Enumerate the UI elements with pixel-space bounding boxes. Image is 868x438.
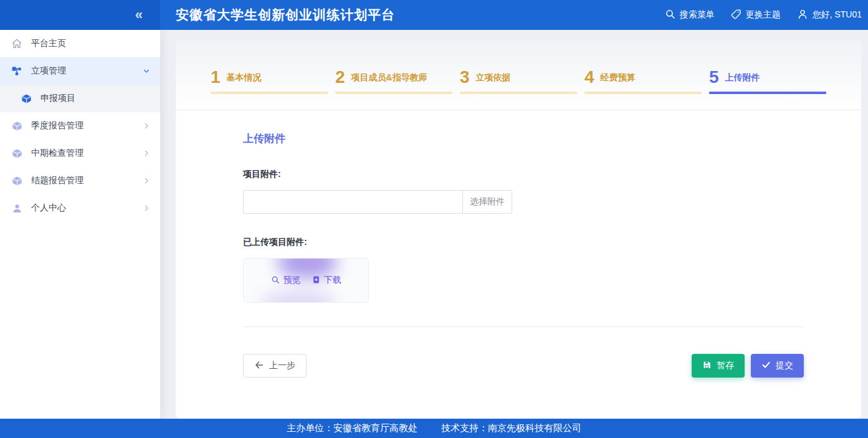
step-label: 经费预算 [601,72,636,86]
sidebar-item-label: 结题报告管理 [31,175,83,186]
save-draft-button[interactable]: 暂存 [692,354,745,378]
step-1-basic-info[interactable]: 1 基本情况 [211,69,328,94]
step-label: 项目成员&指导教师 [351,72,427,86]
step-label: 基本情况 [227,72,262,86]
sidebar: 平台主页 立项管理 申报项目 季度报告管理 中期检查管理 [0,30,160,419]
arrow-left-icon [254,360,264,372]
user-icon [11,202,22,214]
attachment-file-input[interactable] [243,190,463,214]
magnifier-icon [271,275,280,286]
page-footer: 主办单位：安徽省教育厅高教处 技术支持：南京先极科技有限公司 [0,419,868,438]
step-number: 3 [460,69,470,86]
download-label: 下载 [324,275,341,286]
preview-label: 预览 [284,275,301,286]
step-number: 5 [709,69,719,86]
submit-button[interactable]: 提交 [751,354,804,378]
sidebar-item-label: 平台主页 [31,38,66,49]
collapse-sidebar-icon[interactable]: « [135,8,143,22]
uploaded-file-card: 预览 下载 [243,258,369,303]
change-theme-button[interactable]: 更换主题 [731,9,781,21]
step-progress-bar [211,92,328,94]
sidebar-item-label: 申报项目 [41,93,75,104]
footer-tech-support: 技术支持：南京先极科技有限公司 [441,422,581,434]
download-link[interactable]: 下载 [312,275,341,286]
cube-icon [11,175,22,186]
step-progress-bar [709,92,826,94]
step-number: 4 [584,69,594,86]
save-floppy-icon [702,360,712,371]
search-menu-button[interactable]: 搜索菜单 [665,9,715,21]
sidebar-header: « [0,0,160,30]
uploaded-attachments-label: 已上传项目附件: [243,237,804,248]
home-icon [11,38,22,49]
user-icon [797,9,808,22]
previous-step-button[interactable]: 上一步 [243,354,307,378]
header-controls: 搜索菜单 更换主题 您好, STU01 [665,9,868,22]
step-label: 立项依据 [476,72,511,86]
search-icon [665,9,675,21]
step-progress-bar [460,92,577,94]
form-divider [243,326,804,327]
step-2-members-advisors[interactable]: 2 项目成员&指导教师 [335,69,452,94]
search-menu-label: 搜索菜单 [680,9,715,21]
step-number: 1 [211,69,221,86]
cube-icon [21,93,32,104]
chevron-right-icon [143,122,150,130]
step-wizard: 1 基本情况 2 项目成员&指导教师 3 立项依据 [176,40,861,110]
user-menu[interactable]: 您好, STU01 [797,9,862,22]
chevron-right-icon [143,150,150,157]
user-greeting: 您好, STU01 [813,9,862,21]
previous-step-label: 上一步 [269,360,295,371]
step-progress-bar [584,92,702,94]
theme-icon [731,9,742,21]
sidebar-item-quarterly-reports[interactable]: 季度报告管理 [0,112,160,140]
app-title: 安徽省大学生创新创业训练计划平台 [176,6,395,24]
change-theme-label: 更换主题 [746,9,781,21]
sidebar-item-label: 季度报告管理 [31,120,83,131]
redacted-filename-blur [261,292,336,303]
share-nodes-icon [11,65,22,77]
save-draft-label: 暂存 [717,360,734,371]
step-number: 2 [335,69,345,86]
chevron-right-icon [143,177,150,184]
cube-icon [11,120,22,131]
sidebar-item-project-approval[interactable]: 立项管理 [0,57,160,85]
sidebar-item-final-reports[interactable]: 结题报告管理 [0,167,160,194]
submit-label: 提交 [776,360,793,371]
attachment-field-label: 项目附件: [243,169,804,180]
step-5-upload-attachments[interactable]: 5 上传附件 [709,69,826,94]
choose-attachment-button[interactable]: 选择附件 [462,190,512,214]
section-title: 上传附件 [243,131,804,146]
app-header: « 安徽省大学生创新创业训练计划平台 搜索菜单 更换主题 您好, STU01 [0,0,868,30]
step-3-approval-basis[interactable]: 3 立项依据 [460,69,577,94]
upload-form: 上传附件 项目附件: 选择附件 已上传项目附件: 预览 [176,131,861,378]
cube-icon [11,148,22,159]
step-label: 上传附件 [725,72,760,86]
attachment-input-group: 选择附件 [243,190,512,214]
chevron-down-icon [143,67,150,75]
chevron-right-icon [143,204,150,212]
main-content: 1 基本情况 2 项目成员&指导教师 3 立项依据 [160,30,868,419]
download-file-icon [312,275,320,286]
sidebar-item-declare-project[interactable]: 申报项目 [0,85,160,112]
preview-link[interactable]: 预览 [271,275,301,286]
sidebar-item-platform-home[interactable]: 平台主页 [0,30,160,57]
wizard-card: 1 基本情况 2 项目成员&指导教师 3 立项依据 [176,40,861,419]
sidebar-item-midterm-check[interactable]: 中期检查管理 [0,140,160,167]
step-progress-bar [335,92,452,94]
sidebar-item-personal-center[interactable]: 个人中心 [0,194,160,222]
sidebar-item-label: 个人中心 [31,202,66,214]
footer-organizer: 主办单位：安徽省教育厅高教处 [287,422,417,434]
check-icon [761,360,771,371]
sidebar-item-label: 中期检查管理 [31,148,83,159]
step-4-budget[interactable]: 4 经费预算 [584,69,702,94]
sidebar-item-label: 立项管理 [31,65,66,77]
action-button-row: 上一步 暂存 提交 [243,354,804,378]
